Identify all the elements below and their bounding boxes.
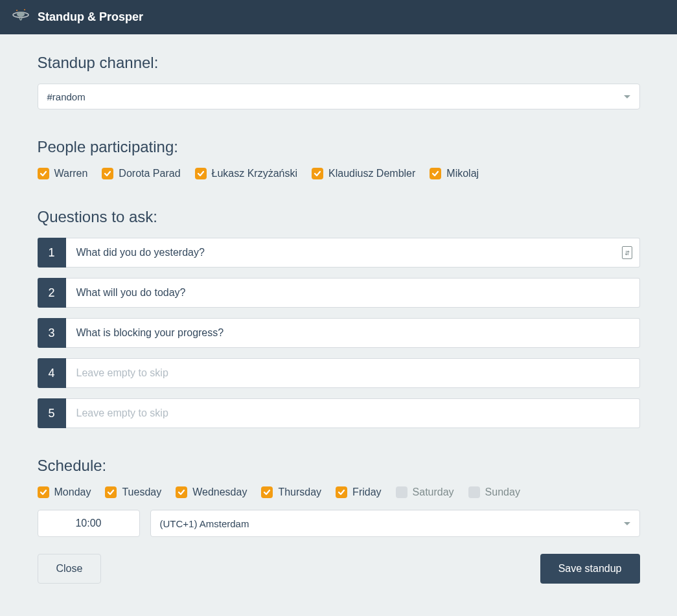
- close-button[interactable]: Close: [38, 554, 102, 584]
- checkbox-icon: [176, 486, 187, 498]
- checkbox-icon: [105, 486, 117, 498]
- question-row: 5: [38, 398, 640, 428]
- channel-section: Standup channel: #random: [38, 54, 640, 109]
- question-row: 3: [38, 318, 640, 348]
- person-checkbox[interactable]: Warren: [38, 168, 88, 179]
- day-checkbox[interactable]: Wednesday: [176, 486, 247, 498]
- person-name: Klaudiusz Dembler: [328, 168, 415, 179]
- day-checkbox[interactable]: Tuesday: [105, 486, 161, 498]
- save-standup-button[interactable]: Save standup: [540, 554, 640, 584]
- timezone-value: (UTC+1) Amsterdam: [160, 518, 249, 529]
- question-input[interactable]: [66, 278, 640, 308]
- day-checkbox[interactable]: Monday: [38, 486, 91, 498]
- person-name: Dorota Parad: [119, 168, 180, 179]
- app-logo-icon: [10, 7, 31, 28]
- person-checkbox[interactable]: Klaudiusz Dembler: [312, 168, 415, 179]
- checkbox-icon: [468, 486, 480, 498]
- question-row: 4: [38, 358, 640, 388]
- channel-label: Standup channel:: [38, 54, 640, 72]
- question-number: 4: [38, 358, 66, 388]
- person-name: Warren: [54, 168, 88, 179]
- question-row: 1⇵: [38, 238, 640, 268]
- questions-label: Questions to ask:: [38, 208, 640, 226]
- checkbox-icon: [396, 486, 407, 498]
- day-name: Tuesday: [122, 486, 161, 498]
- question-row: 2: [38, 278, 640, 308]
- person-checkbox[interactable]: Łukasz Krzyżański: [195, 168, 298, 179]
- checkbox-icon: [195, 168, 207, 179]
- top-bar: Standup & Prosper: [0, 0, 677, 34]
- questions-section: Questions to ask: 1⇵2345: [38, 208, 640, 428]
- svg-point-2: [16, 10, 17, 11]
- day-name: Sunday: [485, 486, 520, 498]
- checkbox-icon: [336, 486, 347, 498]
- day-name: Thursday: [278, 486, 321, 498]
- person-checkbox[interactable]: Mikolaj: [430, 168, 479, 179]
- timezone-select[interactable]: (UTC+1) Amsterdam: [150, 510, 640, 537]
- schedule-section: Schedule: MondayTuesdayWednesdayThursday…: [38, 457, 640, 584]
- question-input[interactable]: [66, 318, 640, 348]
- day-name: Saturday: [413, 486, 454, 498]
- person-checkbox[interactable]: Dorota Parad: [102, 168, 180, 179]
- time-input[interactable]: [38, 510, 140, 537]
- caret-down-icon: [624, 95, 630, 98]
- day-checkbox[interactable]: Saturday: [396, 486, 454, 498]
- question-number: 5: [38, 398, 66, 428]
- question-number: 2: [38, 278, 66, 308]
- drag-handle-icon[interactable]: ⇵: [622, 246, 632, 259]
- svg-point-1: [17, 12, 25, 17]
- app-title: Standup & Prosper: [38, 10, 143, 24]
- question-number: 3: [38, 318, 66, 348]
- question-input[interactable]: [66, 358, 640, 388]
- schedule-label: Schedule:: [38, 457, 640, 475]
- day-name: Monday: [54, 486, 91, 498]
- question-number: 1: [38, 238, 66, 268]
- day-checkbox[interactable]: Sunday: [468, 486, 520, 498]
- channel-value: #random: [47, 91, 86, 102]
- people-label: People participating:: [38, 138, 640, 156]
- day-checkbox[interactable]: Thursday: [261, 486, 321, 498]
- checkbox-icon: [430, 168, 441, 179]
- person-name: Łukasz Krzyżański: [212, 168, 298, 179]
- checkbox-icon: [261, 486, 273, 498]
- checkbox-icon: [312, 168, 323, 179]
- checkbox-icon: [38, 486, 49, 498]
- people-section: People participating: WarrenDorota Parad…: [38, 138, 640, 179]
- question-input[interactable]: [66, 238, 640, 268]
- svg-point-3: [24, 9, 25, 10]
- caret-down-icon: [624, 522, 630, 525]
- day-checkbox[interactable]: Friday: [336, 486, 381, 498]
- channel-select[interactable]: #random: [38, 84, 640, 109]
- question-input[interactable]: [66, 398, 640, 428]
- checkbox-icon: [38, 168, 49, 179]
- day-name: Friday: [352, 486, 381, 498]
- person-name: Mikolaj: [446, 168, 479, 179]
- day-name: Wednesday: [192, 486, 247, 498]
- checkbox-icon: [102, 168, 113, 179]
